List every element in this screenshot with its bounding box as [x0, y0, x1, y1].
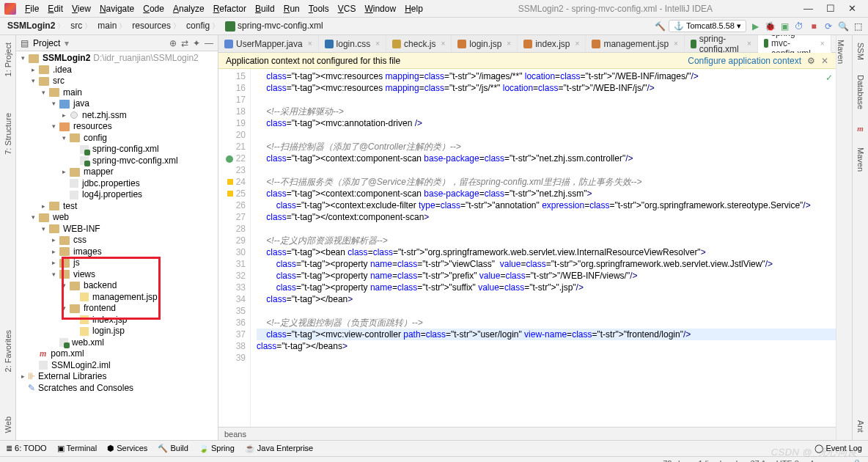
- tree-node[interactable]: ▾config: [18, 133, 218, 144]
- tree-node[interactable]: mpom.xml: [18, 348, 218, 360]
- tree-node[interactable]: ▾views: [18, 269, 218, 281]
- close-tab-icon[interactable]: ×: [441, 40, 445, 48]
- hide-panel-icon[interactable]: —: [205, 38, 213, 48]
- breadcrumb-item[interactable]: src: [67, 19, 95, 33]
- tool-maven[interactable]: Maven: [856, 147, 865, 172]
- editor-tab[interactable]: spring-mvc-config.xml×: [758, 35, 831, 53]
- tree-node[interactable]: ▾frontend: [18, 303, 218, 315]
- banner-link[interactable]: Configure application context: [688, 56, 801, 66]
- tree-node[interactable]: ▾main: [18, 87, 218, 99]
- tool-web[interactable]: Web: [4, 417, 12, 433]
- editor-tab[interactable]: check.js×: [386, 35, 452, 52]
- tree-node[interactable]: login.jsp: [18, 326, 218, 337]
- collapse-icon[interactable]: ✦: [193, 38, 200, 48]
- menu-view[interactable]: View: [67, 2, 95, 15]
- menu-window[interactable]: Window: [360, 2, 400, 15]
- tree-node[interactable]: ▸net.zhj.ssm: [18, 110, 218, 122]
- status-indicator-icon[interactable]: ▭: [6, 459, 13, 462]
- menu-tools[interactable]: Tools: [304, 2, 334, 15]
- close-button[interactable]: ✕: [848, 3, 856, 14]
- tool-todo[interactable]: ≣ 6: TODO: [6, 444, 47, 453]
- close-tab-icon[interactable]: ×: [747, 40, 751, 48]
- coverage-button[interactable]: ▣: [779, 21, 790, 32]
- close-tab-icon[interactable]: ×: [507, 40, 511, 48]
- tree-node[interactable]: ▾SSMLogin2 D:\idr_ruanjian\SSMLogin2: [18, 53, 218, 65]
- tree-node[interactable]: ▾resources: [18, 121, 218, 133]
- menu-vcs[interactable]: VCS: [334, 2, 361, 15]
- tree-node[interactable]: log4j.properties: [18, 189, 218, 201]
- tool-structure[interactable]: 7: Structure: [4, 113, 12, 155]
- tree-node[interactable]: ▸css: [18, 235, 218, 246]
- editor-body[interactable]: class="t-tag"><mvc:resources mapping=cla…: [251, 69, 836, 427]
- tool-favorites[interactable]: 2: Favorites: [4, 330, 12, 372]
- menu-code[interactable]: Code: [139, 2, 169, 15]
- tool-database[interactable]: Database: [856, 75, 865, 109]
- breadcrumb-item[interactable]: main: [95, 19, 129, 33]
- tree-node[interactable]: spring-mvc-config.xml: [18, 155, 218, 167]
- close-tab-icon[interactable]: ×: [375, 40, 380, 48]
- tree-node[interactable]: ▸test: [18, 201, 218, 213]
- tool-project[interactable]: 1: Project: [4, 43, 12, 76]
- breadcrumb-item[interactable]: config: [183, 19, 222, 33]
- build-icon[interactable]: 🔨: [654, 21, 666, 32]
- tree-node[interactable]: ▸js: [18, 257, 218, 269]
- editor-tab[interactable]: UserMapper.java×: [218, 35, 319, 52]
- menu-build[interactable]: Build: [251, 2, 279, 15]
- tree-node[interactable]: index.jsp: [18, 315, 218, 326]
- status-indent[interactable]: 4 spaces: [809, 459, 842, 462]
- run-config-select[interactable]: ⚓ Tomcat8.5.58 ▾: [669, 20, 746, 32]
- editor-tab[interactable]: management.jsp×: [586, 35, 685, 52]
- close-tab-icon[interactable]: ×: [674, 40, 678, 48]
- banner-settings-icon[interactable]: ⚙: [807, 56, 815, 66]
- tool-services[interactable]: ⬢ Services: [107, 444, 147, 453]
- tree-node[interactable]: ▾backend: [18, 280, 218, 292]
- tool-ssm[interactable]: SSM: [856, 43, 865, 60]
- tree-node[interactable]: spring-config.xml: [18, 144, 218, 155]
- tree-node[interactable]: ▾src: [18, 76, 218, 87]
- tree-node[interactable]: ▸images: [18, 246, 218, 258]
- tool-maven-tab[interactable]: Maven: [836, 35, 845, 64]
- editor-tab[interactable]: index.jsp×: [518, 35, 586, 52]
- tool-terminal[interactable]: ▣ Terminal: [57, 444, 97, 453]
- stop-button[interactable]: ■: [808, 21, 820, 32]
- tool-ant[interactable]: Ant: [856, 420, 865, 433]
- editor-tab[interactable]: spring-config.xml×: [685, 35, 758, 52]
- breadcrumb-item[interactable]: SSMLogin2: [4, 19, 67, 33]
- settings-button[interactable]: ⬚: [852, 21, 864, 32]
- tree-node[interactable]: ▸mapper: [18, 166, 218, 178]
- menu-run[interactable]: Run: [279, 2, 304, 15]
- banner-close-icon[interactable]: ✕: [821, 56, 828, 66]
- tree-node[interactable]: ▾web: [18, 212, 218, 224]
- run-button[interactable]: ▶: [749, 21, 761, 32]
- tool-build[interactable]: 🔨 Build: [158, 444, 188, 453]
- editor-tab[interactable]: login.css×: [319, 35, 387, 52]
- inspection-ok-icon[interactable]: ✓: [825, 72, 833, 84]
- menu-analyze[interactable]: Analyze: [169, 2, 209, 15]
- tool-spring[interactable]: 🍃 Spring: [199, 444, 235, 453]
- tree-node[interactable]: ▸.idea: [18, 65, 218, 76]
- menu-edit[interactable]: Edit: [43, 2, 67, 15]
- tool-java-ee[interactable]: ☕ Java Enterprise: [245, 444, 314, 453]
- vcs-update-button[interactable]: ⟳: [823, 21, 834, 32]
- editor-gutter[interactable]: 1516171819202122232425262728293031323334…: [218, 69, 251, 427]
- select-target-icon[interactable]: ⊕: [169, 38, 177, 48]
- close-tab-icon[interactable]: ×: [820, 40, 825, 48]
- debug-button[interactable]: 🐞: [764, 21, 776, 32]
- menu-refactor[interactable]: Refactor: [209, 2, 251, 15]
- tree-node[interactable]: jdbc.properties: [18, 178, 218, 190]
- expand-icon[interactable]: ⇄: [181, 38, 188, 48]
- status-position[interactable]: 37:1: [750, 459, 765, 462]
- maximize-button[interactable]: ☐: [826, 3, 835, 14]
- menu-help[interactable]: Help: [400, 2, 427, 15]
- menu-navigate[interactable]: Navigate: [95, 2, 139, 15]
- editor-breadcrumb[interactable]: beans: [218, 427, 836, 440]
- status-lock-icon[interactable]: 🔒: [852, 459, 862, 462]
- tree-node[interactable]: ✎Scratches and Consoles: [18, 383, 218, 395]
- minimize-button[interactable]: —: [803, 3, 813, 14]
- search-button[interactable]: 🔍: [837, 21, 849, 32]
- breadcrumb-item[interactable]: spring-mvc-config.xml: [222, 19, 328, 33]
- tree-node[interactable]: web.xml: [18, 337, 218, 349]
- editor-tab[interactable]: login.jsp×: [452, 35, 518, 52]
- close-tab-icon[interactable]: ×: [575, 40, 580, 48]
- tree-node[interactable]: ▾java: [18, 98, 218, 110]
